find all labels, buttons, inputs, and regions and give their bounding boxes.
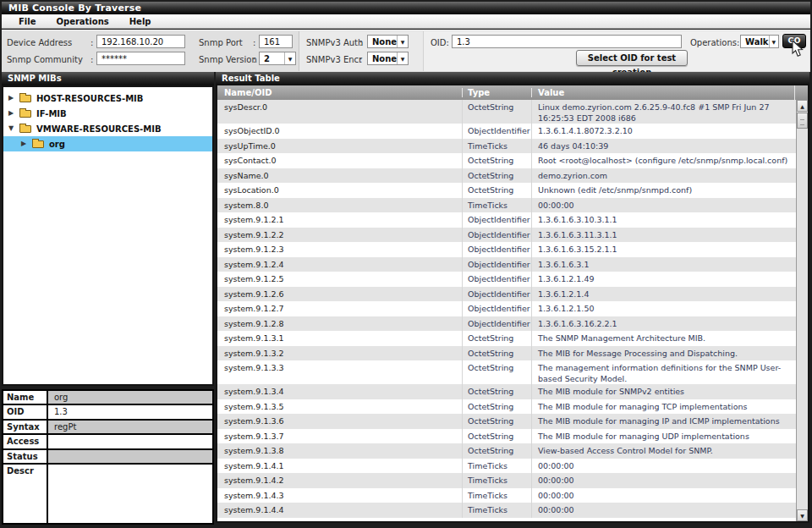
operations-select[interactable]: Walk ▼	[740, 35, 779, 48]
cell-value: Root <root@localhost> (configure /etc/sn…	[532, 153, 796, 168]
tree-item-host-resources-mib[interactable]: ▶ HOST-RESOURCES-MIB	[3, 91, 212, 106]
cell-type: ObjectIdentifier	[463, 287, 532, 302]
result-table-row[interactable]: system.8.0 TimeTicks 00:00:00	[217, 198, 796, 213]
menu-help[interactable]: Help	[119, 17, 162, 26]
detail-label: OID	[3, 405, 48, 419]
result-table-row[interactable]: system.9.1.2.1 ObjectIdentifier 1.3.6.1.…	[217, 212, 796, 228]
tree-item-if-mib[interactable]: ▶ IF-MIB	[3, 106, 212, 121]
cell-value: 00:00:00	[532, 503, 796, 518]
menu-operations[interactable]: Operations	[46, 17, 118, 26]
go-button[interactable]: GO	[782, 34, 806, 48]
snmpv3-auth-select[interactable]: None ▼	[367, 35, 409, 48]
result-table-row[interactable]: system.9.1.3.3 OctetString The managemen…	[217, 360, 796, 384]
snmp-version-select[interactable]: 2 ▼	[259, 52, 296, 65]
snmp-version-colon: :	[253, 55, 255, 64]
cell-value: Unknown (edit /etc/snmp/snmpd.conf)	[532, 183, 796, 198]
tree-item-org[interactable]: ▶ org	[3, 136, 212, 151]
cell-value: 1.3.6.1.6.3.16.2.2.1	[532, 316, 796, 332]
result-table-row[interactable]: system.9.1.2.7 ObjectIdentifier 1.3.6.1.…	[217, 301, 796, 316]
result-table-row[interactable]: system.9.1.2.2 ObjectIdentifier 1.3.6.1.…	[217, 228, 796, 243]
tree-expand-icon[interactable]: ▶	[21, 136, 30, 151]
snmp-community-input[interactable]	[96, 52, 185, 65]
cell-value: 1.3.6.1.2.1.50	[532, 301, 796, 316]
scroll-up-icon[interactable]: ▲	[797, 100, 808, 112]
result-table-row[interactable]: system.9.1.4.1 TimeTicks 00:00:00	[217, 459, 796, 474]
result-table-row[interactable]: system.9.1.2.8 ObjectIdentifier 1.3.6.1.…	[217, 316, 796, 332]
column-header-stub	[794, 85, 808, 100]
tree-expand-icon[interactable]: ▶	[8, 91, 18, 106]
cell-value: 1.3.6.1.2.1.4	[532, 287, 796, 302]
result-table-row[interactable]: system.9.1.2.3 ObjectIdentifier 1.3.6.1.…	[217, 242, 796, 257]
result-table-row[interactable]: sysUpTime.0 TimeTicks 46 days 04:10:39	[217, 139, 796, 154]
connection-form: Device Address : Snmp Community : Snmp P…	[2, 30, 810, 72]
mib-tree: ▶ HOST-RESOURCES-MIB ▶ IF-MIB ▼ VMWARE-R…	[2, 85, 214, 386]
result-table-row[interactable]: sysDescr.0 OctetString Linux demo.zyrion…	[217, 100, 796, 124]
chevron-down-icon[interactable]: ▼	[397, 52, 408, 64]
snmp-port-input[interactable]	[259, 35, 293, 48]
chevron-down-icon[interactable]: ▼	[769, 36, 779, 47]
folder-icon	[32, 140, 44, 148]
operations-label: Operations:	[690, 38, 739, 47]
tree-expand-icon[interactable]: ▼	[8, 121, 18, 136]
cell-name-oid: system.9.1.3.4	[217, 384, 463, 399]
snmp-port-label: Snmp Port	[199, 38, 243, 47]
detail-value: regPt	[48, 421, 212, 433]
cell-name-oid: system.9.1.3.8	[217, 443, 463, 459]
scrollbar-thumb[interactable]	[797, 113, 808, 129]
cell-type: ObjectIdentifier	[463, 272, 532, 287]
snmpv3-encr-label: SNMPv3 Encr	[306, 55, 362, 64]
result-table-row[interactable]: system.9.1.3.2 OctetString The MIB for M…	[217, 346, 796, 361]
result-table-row[interactable]: system.9.1.3.6 OctetString The MIB modul…	[217, 414, 796, 429]
scroll-down-icon[interactable]: ▼	[797, 509, 808, 521]
result-table-row[interactable]: system.9.1.3.5 OctetString The MIB modul…	[217, 399, 796, 415]
mib-details-table: Name org OID 1.3 Syntax regPt Access Sta…	[2, 389, 214, 525]
result-table-row[interactable]: sysObjectID.0 ObjectIdentifier 1.3.6.1.4…	[217, 124, 796, 139]
folder-icon	[19, 125, 31, 133]
cell-type: OctetString	[463, 399, 532, 415]
device-address-input[interactable]	[96, 35, 185, 48]
select-oid-button[interactable]: Select OID for test creation	[576, 50, 688, 66]
snmpv3-encr-select[interactable]: None ▼	[367, 52, 409, 65]
menu-file[interactable]: File	[8, 17, 46, 26]
window-title: MIB Console By Traverse	[8, 3, 141, 14]
cell-name-oid: system.9.1.2.1	[217, 212, 463, 228]
result-table-row[interactable]: system.9.1.3.1 OctetString The SNMP Mana…	[217, 331, 796, 346]
snmp-mibs-panel-title: SNMP MIBs	[8, 74, 62, 83]
cell-value: Linux demo.zyrion.com 2.6.25.9-40.fc8 #1…	[532, 100, 796, 124]
chevron-down-icon[interactable]: ▼	[284, 52, 295, 64]
chevron-down-icon[interactable]: ▼	[397, 36, 408, 47]
result-table-row[interactable]: system.9.1.4.3 TimeTicks 00:00:00	[217, 488, 796, 503]
result-table-row[interactable]: system.9.1.2.6 ObjectIdentifier 1.3.6.1.…	[217, 287, 796, 302]
result-table-row[interactable]: system.9.1.3.4 OctetString The MIB modul…	[217, 384, 796, 399]
oid-input[interactable]	[452, 35, 682, 48]
tree-item-vmware-resources-mib[interactable]: ▼ VMWARE-RESOURCES-MIB	[3, 121, 212, 136]
cell-name-oid: system.9.1.2.7	[217, 301, 463, 316]
result-table-row[interactable]: system.9.1.2.5 ObjectIdentifier 1.3.6.1.…	[217, 272, 796, 287]
result-table-row[interactable]: system.9.1.2.4 ObjectIdentifier 1.3.6.1.…	[217, 257, 796, 272]
cell-type: ObjectIdentifier	[463, 316, 532, 332]
cell-name-oid: sysDescr.0	[217, 100, 463, 124]
snmpv3-auth-label: SNMPv3 Auth	[306, 38, 363, 47]
result-table-row[interactable]: system.9.1.3.8 OctetString View-based Ac…	[217, 443, 796, 459]
tree-expand-icon[interactable]: ▶	[8, 106, 18, 121]
result-table-row[interactable]: system.9.1.4.4 TimeTicks 00:00:00	[217, 503, 796, 518]
result-table-row[interactable]: sysName.0 OctetString demo.zyrion.com	[217, 168, 796, 184]
cell-type: TimeTicks	[463, 139, 532, 154]
result-table-row[interactable]: system.9.1.4.2 TimeTicks 00:00:00	[217, 473, 796, 488]
cell-type: TimeTicks	[463, 488, 532, 503]
snmp-community-label: Snmp Community	[7, 55, 83, 64]
result-table-row[interactable]: sysLocation.0 OctetString Unknown (edit …	[217, 183, 796, 198]
device-address-label: Device Address	[7, 38, 72, 47]
result-table-row[interactable]: system.9.1.3.7 OctetString The MIB modul…	[217, 429, 796, 444]
cell-name-oid: sysObjectID.0	[217, 124, 463, 139]
cell-value: The MIB module for managing UDP implemen…	[532, 429, 796, 444]
detail-value	[48, 465, 212, 523]
cell-name-oid: system.9.1.3.7	[217, 429, 463, 444]
cell-name-oid: system.9.1.2.4	[217, 257, 463, 272]
result-table-scrollbar[interactable]: ▲ ▼	[796, 100, 808, 521]
oid-label: OID:	[431, 38, 449, 47]
result-table-row[interactable]: sysContact.0 OctetString Root <root@loca…	[217, 153, 796, 168]
detail-value	[48, 435, 212, 448]
window-titlebar: MIB Console By Traverse	[2, 2, 810, 14]
cell-value: 1.3.6.1.4.1.8072.3.2.10	[532, 124, 796, 139]
